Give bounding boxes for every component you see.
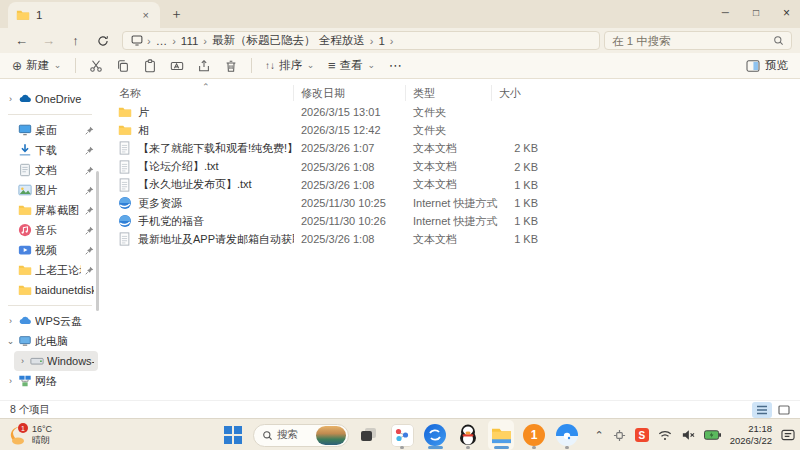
taskbar-clock[interactable]: 21:18 2026/3/22 [730,423,772,448]
taskbar-search[interactable]: 搜索 [253,424,349,447]
file-date: 2025/3/26 1:08 [294,233,406,245]
sidebar-scrollbar[interactable] [96,171,99,311]
sidebar-item[interactable]: 上老王论坛当 [2,260,98,280]
volume-muted-icon[interactable] [681,429,695,441]
column-header-type[interactable]: 类型 [406,85,492,101]
tab-close-icon[interactable]: × [140,9,152,22]
file-row[interactable]: 【论坛介绍】.txt2025/3/26 1:08文本文档2 KB [116,158,790,176]
notification-center-icon[interactable] [781,429,795,442]
up-button[interactable]: ↑ [62,33,89,48]
remote-app-icon[interactable] [613,429,626,442]
sidebar-item[interactable]: 图片 [2,180,98,200]
column-header-date[interactable]: 修改日期 [294,85,406,101]
breadcrumb-segment[interactable]: 111 [177,35,202,47]
sidebar-item[interactable]: ›OneDrive [2,89,98,109]
file-row[interactable]: 手机党的福音2025/11/30 10:26Internet 快捷方式1 KB [116,212,790,230]
sidebar-item[interactable]: 音乐 [2,220,98,240]
large-icons-view-button[interactable] [774,402,794,418]
sort-button[interactable]: ↑↓ 排序 ⌄ [265,58,315,73]
file-row[interactable]: 更多资源2025/11/30 10:25Internet 快捷方式1 KB [116,194,790,212]
orange-app[interactable]: 1 [521,420,547,450]
close-button[interactable]: × [783,7,790,19]
more-options-button[interactable]: ⋯ [389,58,402,73]
sidebar-item[interactable]: 文档 [2,160,98,180]
battery-icon[interactable] [704,430,721,440]
preview-toggle[interactable]: 预览 [746,58,788,73]
start-button[interactable] [220,420,246,450]
chevron-down-icon[interactable]: ⌄ [6,336,15,346]
chevron-right-icon[interactable]: › [6,316,15,326]
breadcrumb-segment[interactable]: … [152,35,172,47]
file-row[interactable]: 【来了就能下载和观看!纯免费!】.txt2025/3/26 1:07文本文档2 … [116,139,790,157]
sidebar-item[interactable]: ⌄此电脑 [2,331,98,351]
music-icon [18,223,32,237]
weather-condition: 晴朗 [32,435,52,446]
view-button[interactable]: ≡ 查看 ⌄ [328,58,376,73]
sidebar-item-label: 下载 [35,143,81,158]
text-icon [116,141,138,155]
sogou-input-icon[interactable]: S [635,428,649,442]
file-explorer-app[interactable] [488,420,514,450]
sidebar-item[interactable]: baidunetdiskdo [2,280,98,300]
explorer-search-box[interactable] [604,31,792,50]
share-button[interactable] [197,59,211,73]
chevron-right-icon[interactable]: › [6,376,15,386]
refresh-button[interactable] [89,33,116,48]
blue-swirl-browser[interactable] [422,420,448,450]
file-row[interactable]: 相2026/3/15 12:42文件夹 [116,121,790,139]
folder-icon [18,283,32,297]
pin-icon [85,126,94,135]
this-pc-icon[interactable] [130,34,144,48]
search-input[interactable] [612,35,752,47]
cut-button[interactable] [89,59,103,73]
weather-widget[interactable]: 1 16°C 晴朗 [4,421,52,449]
orange-app-icon: 1 [523,424,545,446]
explorer-tab[interactable]: 1 × [8,2,160,28]
new-tab-button[interactable]: ＋ [170,5,183,23]
sidebar-item-label: 音乐 [35,223,81,238]
breadcrumb-segment[interactable]: 最新（标题已隐去） 全程放送 [208,33,369,48]
back-button[interactable]: ← [8,33,35,48]
delete-button[interactable] [224,59,238,73]
file-date: 2026/3/15 12:42 [294,124,406,136]
rename-button[interactable] [170,59,184,73]
sidebar-item[interactable]: ›WPS云盘 [2,311,98,331]
hidden-icons-chevron[interactable]: ⌃ [595,429,604,442]
sidebar-item[interactable]: ›Windows-SSD [14,351,98,371]
sidebar-item[interactable]: ›网络 [2,371,98,391]
chevron-right-icon[interactable]: › [6,94,15,104]
wifi-icon[interactable] [658,430,672,441]
column-header-name[interactable]: 名称 ⌃ [116,85,294,101]
column-header-size[interactable]: 大小 [492,85,542,101]
pin-icon [85,186,94,195]
maximize-button[interactable]: □ [753,8,759,18]
sidebar-item-label: baidunetdiskdo [35,284,94,296]
chevron-down-icon: ⌄ [53,60,62,70]
sidebar-item[interactable]: 下载 [2,140,98,160]
file-name: 相 [138,123,294,138]
file-row[interactable]: 片2026/3/15 13:01文件夹 [116,103,790,121]
sidebar-item[interactable]: 视频 [2,240,98,260]
new-button[interactable]: ⊕ 新建 ⌄ [12,58,62,73]
copy-button[interactable] [116,59,130,73]
quark-browser-app[interactable] [554,420,580,450]
qq-app[interactable] [455,420,481,450]
paste-button[interactable] [143,59,157,73]
forward-button[interactable]: → [35,33,62,48]
chevron-right-icon[interactable]: › [18,356,27,366]
onedrive-icon [18,92,32,106]
view-icon: ≡ [328,59,336,72]
sidebar-item[interactable]: 屏幕截图 [2,200,98,220]
minimize-button[interactable]: ─ [722,8,729,18]
details-view-button[interactable] [752,402,772,418]
sort-icon: ↑↓ [265,61,275,71]
task-view-button[interactable] [356,420,382,450]
file-row[interactable]: 【永久地址发布页】.txt2025/3/26 1:08文本文档1 KB [116,176,790,194]
file-row[interactable]: 最新地址及APP请发邮箱自动获取!!!.txt2025/3/26 1:08文本文… [116,230,790,248]
file-type: 文件夹 [406,105,492,120]
breadcrumb-segment[interactable]: 1 [374,35,388,47]
sidebar-item[interactable]: 桌面 [2,120,98,140]
share-circles-app[interactable] [389,420,415,450]
sidebar-item-label: 文档 [35,163,81,178]
file-date: 2025/11/30 10:26 [294,215,406,227]
